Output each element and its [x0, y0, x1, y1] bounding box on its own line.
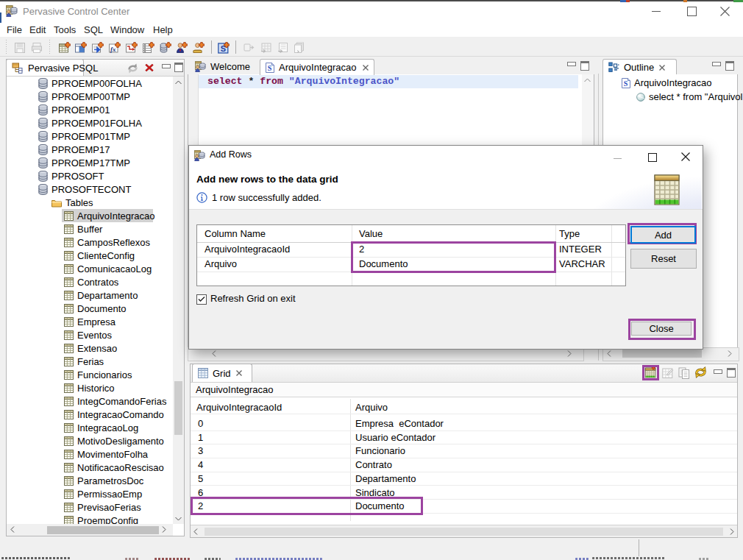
svg-text:fx: fx: [110, 46, 116, 53]
